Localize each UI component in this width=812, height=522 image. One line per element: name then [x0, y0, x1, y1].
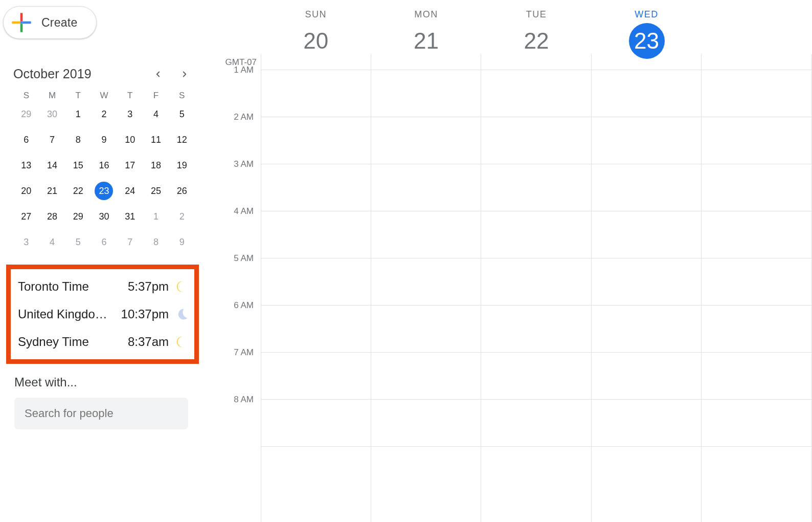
mini-cal-day[interactable]: 17: [121, 156, 139, 175]
world-clock-time: 5:37pm: [128, 279, 169, 294]
day-column-header[interactable]: SUN20: [261, 9, 371, 59]
mini-cal-dow: S: [13, 91, 39, 101]
mini-cal-day[interactable]: 6: [95, 233, 113, 251]
search-people-input[interactable]: [14, 398, 188, 429]
mini-cal-day[interactable]: 26: [173, 182, 191, 200]
mini-cal-day[interactable]: 2: [173, 207, 191, 226]
day-headers-row: SUN20MON21TUE22WED23: [261, 9, 812, 59]
mini-cal-dow: M: [39, 91, 65, 101]
sidebar: Create October 2019 SMTWTFS 293012345678…: [0, 0, 202, 429]
world-clock-row[interactable]: Sydney Time8:37am: [18, 332, 189, 352]
mini-cal-day[interactable]: 4: [147, 105, 165, 123]
world-clock-row[interactable]: United Kingdo…10:37pm: [18, 304, 189, 324]
calendar-main: GMT-07 SUN20MON21TUE22WED23 1 AM2 AM3 AM…: [214, 0, 812, 522]
world-clock-time: 8:37am: [128, 335, 169, 349]
moon-icon: [175, 307, 189, 321]
meet-with-title: Meet with...: [14, 375, 191, 389]
world-clock-row[interactable]: Toronto Time5:37pm: [18, 276, 189, 297]
calendar-grid[interactable]: 1 AM2 AM3 AM4 AM5 AM6 AM7 AM8 AM: [261, 54, 812, 522]
grid-column[interactable]: [592, 54, 702, 522]
day-header-date: 23: [629, 23, 665, 59]
mini-cal-day[interactable]: 16: [95, 156, 113, 175]
day-column-header[interactable]: [702, 9, 812, 59]
google-plus-icon: [11, 12, 32, 33]
mini-cal-day[interactable]: 11: [147, 130, 165, 149]
mini-cal-day[interactable]: 5: [173, 105, 191, 123]
mini-cal-dow: S: [169, 91, 195, 101]
prev-month-button[interactable]: [151, 67, 165, 81]
sun-icon: [175, 335, 189, 349]
day-header-date: 20: [298, 23, 334, 59]
mini-cal-day[interactable]: 25: [147, 182, 165, 200]
mini-cal-day[interactable]: 15: [69, 156, 87, 175]
mini-cal-day[interactable]: 28: [43, 207, 61, 226]
mini-cal-dow: F: [143, 91, 169, 101]
mini-cal-day[interactable]: 29: [17, 105, 35, 123]
mini-cal-day[interactable]: 22: [69, 182, 87, 200]
mini-cal-day[interactable]: 27: [17, 207, 35, 226]
mini-cal-day[interactable]: 12: [173, 130, 191, 149]
mini-cal-day[interactable]: 9: [95, 130, 113, 149]
hour-label: 4 AM: [221, 206, 254, 216]
mini-cal-week: 13141516171819: [13, 156, 195, 175]
world-clock-name: United Kingdo…: [18, 307, 121, 321]
hour-label: 1 AM: [221, 65, 254, 75]
mini-cal-day[interactable]: 4: [43, 233, 61, 251]
mini-cal-day[interactable]: 21: [43, 182, 61, 200]
mini-cal-week: 293012345: [13, 105, 195, 123]
mini-cal-dow: T: [117, 91, 143, 101]
mini-cal-day[interactable]: 29: [69, 207, 87, 226]
mini-cal-day[interactable]: 24: [121, 182, 139, 200]
mini-cal-day[interactable]: 10: [121, 130, 139, 149]
grid-column[interactable]: [481, 54, 592, 522]
mini-cal-day[interactable]: 6: [17, 130, 35, 149]
day-header-dow: SUN: [305, 9, 327, 20]
mini-calendar-header: October 2019: [13, 67, 195, 81]
hour-label: 3 AM: [221, 159, 254, 169]
mini-calendar-weeks: 2930123456789101112131415161718192021222…: [13, 105, 195, 251]
mini-cal-week: 20212223242526: [13, 182, 195, 200]
mini-cal-day[interactable]: 8: [69, 130, 87, 149]
grid-column[interactable]: [261, 54, 371, 522]
day-column-header[interactable]: TUE22: [481, 9, 592, 59]
hour-label: 7 AM: [221, 347, 254, 358]
mini-cal-day[interactable]: 3: [17, 233, 35, 251]
mini-cal-day[interactable]: 7: [121, 233, 139, 251]
mini-cal-day[interactable]: 1: [147, 207, 165, 226]
mini-cal-day[interactable]: 19: [173, 156, 191, 175]
mini-cal-day[interactable]: 14: [43, 156, 61, 175]
grid-column[interactable]: [702, 54, 812, 522]
day-header-dow: MON: [414, 9, 438, 20]
mini-cal-day[interactable]: 9: [173, 233, 191, 251]
mini-cal-day[interactable]: 31: [121, 207, 139, 226]
mini-cal-day[interactable]: 20: [17, 182, 35, 200]
day-column-header[interactable]: MON21: [371, 9, 482, 59]
mini-cal-day[interactable]: 3: [121, 105, 139, 123]
mini-cal-day[interactable]: 30: [43, 105, 61, 123]
mini-cal-day[interactable]: 5: [69, 233, 87, 251]
next-month-button[interactable]: [177, 67, 192, 81]
chevron-left-icon: [153, 70, 163, 79]
grid-cols: [261, 54, 812, 522]
world-clock-time: 10:37pm: [121, 307, 169, 321]
mini-calendar-title: October 2019: [13, 67, 92, 81]
hour-label: 2 AM: [221, 112, 254, 122]
mini-cal-day[interactable]: 30: [95, 207, 113, 226]
day-column-header[interactable]: WED23: [592, 9, 702, 59]
mini-cal-day[interactable]: 23: [95, 182, 113, 200]
mini-cal-day[interactable]: 18: [147, 156, 165, 175]
hour-label: 8 AM: [221, 395, 254, 405]
mini-cal-day[interactable]: 8: [147, 233, 165, 251]
mini-cal-day[interactable]: 13: [17, 156, 35, 175]
mini-cal-day[interactable]: 7: [43, 130, 61, 149]
world-clock-panel: Toronto Time5:37pmUnited Kingdo…10:37pmS…: [6, 265, 199, 364]
svg-rect-3: [22, 21, 31, 24]
create-button[interactable]: Create: [3, 6, 97, 39]
mini-cal-day[interactable]: 1: [69, 105, 87, 123]
mini-cal-day[interactable]: 2: [95, 105, 113, 123]
mini-calendar-dow-row: SMTWTFS: [13, 91, 195, 101]
mini-cal-dow: T: [65, 91, 91, 101]
svg-rect-2: [12, 21, 20, 24]
world-clock-name: Toronto Time: [18, 279, 128, 294]
grid-column[interactable]: [371, 54, 482, 522]
